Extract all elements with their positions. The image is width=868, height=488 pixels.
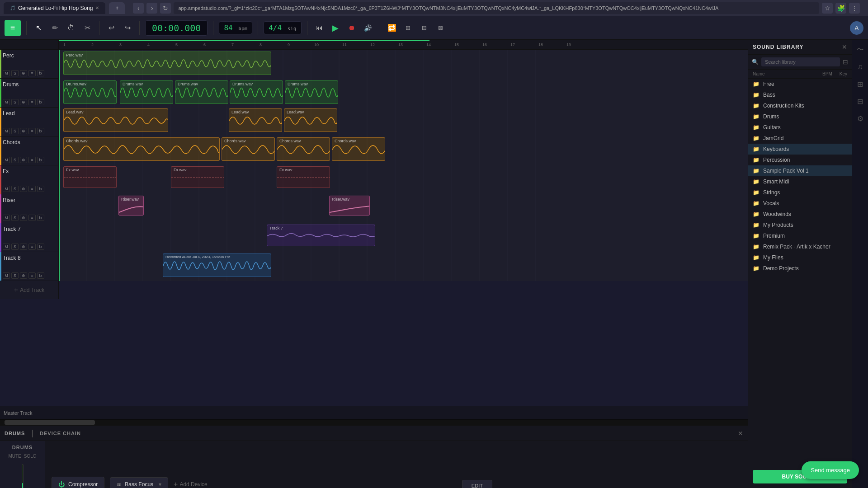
back-button[interactable]: ‹	[133, 3, 144, 14]
pan-fx[interactable]: ⊕	[20, 186, 27, 192]
scissors-tool-button[interactable]: ✂	[81, 22, 94, 34]
waveform-drums-5[interactable]: Drums.wav	[285, 80, 338, 104]
clock-tool-button[interactable]: ⏱	[65, 22, 77, 34]
waveform-chords-1[interactable]: Chords.wav	[63, 137, 220, 161]
mute-fx[interactable]: M	[3, 186, 10, 192]
rewind-button[interactable]: ⏮	[313, 22, 326, 34]
library-item-13[interactable]: 📁My Products	[748, 220, 852, 230]
waveform-chords-2[interactable]: Chords.wav	[222, 137, 275, 161]
device-dropdown-arrow[interactable]: ▾	[159, 481, 161, 488]
timeline-ruler[interactable]: 1 2 3 4 5 6 7 8 9 10 11 12 13 14 15 16 1	[59, 40, 748, 49]
extensions-button[interactable]: 🧩	[835, 3, 846, 14]
mute-perc[interactable]: M	[3, 70, 10, 76]
pan-track7[interactable]: ⊕	[20, 244, 27, 250]
pan-lead[interactable]: ⊕	[20, 128, 27, 134]
bookmark-button[interactable]: ☆	[822, 3, 833, 14]
settings-button[interactable]: ⋮	[849, 3, 860, 14]
library-item-7[interactable]: 📁Percussion	[748, 155, 852, 165]
grid-button[interactable]: ⊠	[434, 22, 447, 34]
pencil-tool-button[interactable]: ✏	[48, 22, 61, 34]
fx-track7[interactable]: fx	[37, 244, 44, 250]
cursor-tool-button[interactable]: ↖	[32, 22, 45, 34]
waveform-lead-2[interactable]: Lead.wav	[229, 108, 282, 132]
fx-perc[interactable]: fx	[37, 70, 44, 76]
new-tab-button[interactable]: +	[109, 2, 125, 14]
solo-perc[interactable]: S	[11, 70, 19, 76]
sidebar-icon-mix[interactable]: ⊟	[854, 95, 867, 108]
library-item-10[interactable]: 📁Strings	[748, 187, 852, 198]
vol-chords[interactable]: ≡	[28, 157, 36, 163]
tab-close-button[interactable]: ✕	[95, 5, 99, 10]
sidebar-icon-piano[interactable]: ♫	[854, 61, 867, 73]
waveform-fx-3[interactable]: Fx.wav	[277, 166, 330, 188]
user-avatar[interactable]: A	[850, 21, 863, 35]
solo-track8[interactable]: S	[11, 272, 19, 279]
url-bar[interactable]	[174, 2, 819, 14]
redo-button[interactable]: ↪	[121, 22, 134, 34]
pan-perc[interactable]: ⊕	[20, 70, 27, 76]
waveform-drums-2[interactable]: Drums.wav	[120, 80, 173, 104]
device-bass-focus[interactable]: ≋ Bass Focus ▾	[110, 477, 168, 488]
mute-drums[interactable]: M	[3, 99, 10, 105]
pan-riser[interactable]: ⊕	[20, 215, 27, 221]
waveform-drums-1[interactable]: Drums.wav	[63, 80, 117, 104]
library-item-6[interactable]: 📁Keyboards	[748, 144, 852, 155]
fx-drums[interactable]: fx	[37, 99, 44, 105]
undo-button[interactable]: ↩	[105, 22, 118, 34]
active-tab[interactable]: 🎵 Generated Lo-Fi Hip Hop Song ✕	[4, 2, 105, 14]
waveform-riser-1[interactable]: Riser.wav	[118, 196, 144, 216]
pan-track8[interactable]: ⊕	[20, 272, 27, 279]
vol-track8[interactable]: ≡	[28, 272, 36, 279]
library-item-3[interactable]: 📁Drums	[748, 111, 852, 122]
library-close-button[interactable]: ✕	[842, 43, 847, 51]
solo-fx[interactable]: S	[11, 186, 19, 192]
sidebar-icon-waveform[interactable]: 〜	[854, 43, 867, 56]
vol-riser[interactable]: ≡	[28, 215, 36, 221]
mute-chords[interactable]: M	[3, 157, 10, 163]
solo-riser[interactable]: S	[11, 215, 19, 221]
scroll-thumb[interactable]	[5, 420, 95, 425]
library-item-11[interactable]: 📁Vocals	[748, 198, 852, 209]
waveform-riser-2[interactable]: Riser.wav	[329, 196, 370, 216]
library-item-14[interactable]: 📁Premium	[748, 230, 852, 241]
library-item-1[interactable]: 📁Bass	[748, 89, 852, 100]
menu-button[interactable]: ≡	[5, 20, 21, 36]
solo-lead[interactable]: S	[11, 128, 19, 134]
pan-chords[interactable]: ⊕	[20, 157, 27, 163]
library-item-8[interactable]: 📁Sample Pack Vol 1	[748, 165, 852, 176]
fx-track8[interactable]: fx	[37, 272, 44, 279]
vol-perc[interactable]: ≡	[28, 70, 36, 76]
waveform-fx-2[interactable]: Fx.wav	[171, 166, 224, 188]
library-search-input[interactable]	[761, 57, 840, 66]
tracks-scroll-area[interactable]: Perc M S ⊕ ≡ fx Drums	[0, 50, 748, 406]
waveform-lead-3[interactable]: Lead.wav	[284, 108, 337, 132]
library-item-2[interactable]: 📁Construction Kits	[748, 100, 852, 111]
library-item-15[interactable]: 📁Remix Pack - Artik x Kacher	[748, 241, 852, 252]
vol-drums[interactable]: ≡	[28, 99, 36, 105]
sidebar-icon-plugin[interactable]: ⊞	[854, 78, 867, 90]
library-item-12[interactable]: 📁Woodwinds	[748, 209, 852, 220]
vol-lead[interactable]: ≡	[28, 128, 36, 134]
vol-track7[interactable]: ≡	[28, 244, 36, 250]
add-device-button[interactable]: + Add Device	[174, 480, 208, 488]
mute-riser[interactable]: M	[3, 215, 10, 221]
waveform-track7[interactable]: Track 7	[267, 225, 375, 246]
vol-fx[interactable]: ≡	[28, 186, 36, 192]
device-power-icon[interactable]: ⏻	[58, 481, 65, 488]
waveform-drums-3[interactable]: Drums.wav	[175, 80, 228, 104]
mute-track7[interactable]: M	[3, 244, 10, 250]
library-item-4[interactable]: 📁Guitars	[748, 122, 852, 133]
bpm-display[interactable]: 84 bpm	[219, 21, 252, 34]
horizontal-scrollbar[interactable]	[0, 419, 748, 425]
pan-drums[interactable]: ⊕	[20, 99, 27, 105]
device-compressor[interactable]: ⏻ Compressor	[52, 477, 104, 488]
send-message-button[interactable]: Send message	[802, 461, 859, 479]
play-button[interactable]: ▶	[329, 22, 342, 34]
edit-device-button[interactable]: EDIT	[462, 480, 492, 488]
library-item-17[interactable]: 📁Demo Projects	[748, 263, 852, 274]
refresh-button[interactable]: ↻	[160, 3, 171, 14]
time-sig-display[interactable]: 4/4 sig	[264, 21, 301, 34]
add-track-button[interactable]: + Add Track	[0, 281, 58, 299]
solo-track7[interactable]: S	[11, 244, 19, 250]
waveform-fx-1[interactable]: Fx.wav	[63, 166, 117, 188]
